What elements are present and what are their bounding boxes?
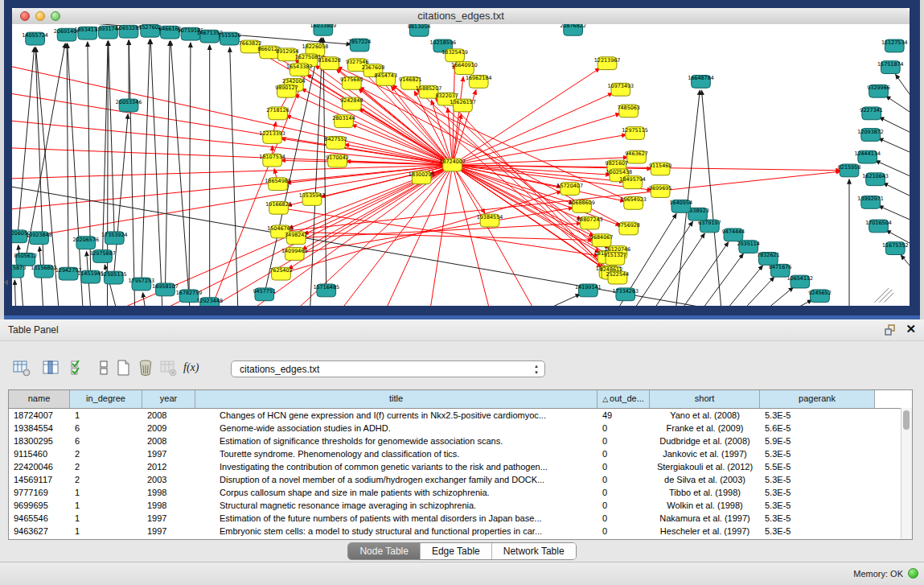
table-row[interactable]: 977716911998Corpus callosum shape and si… [9,486,912,499]
network-node[interactable]: 9684067 [590,234,614,247]
network-node[interactable]: 12444134 [854,150,881,163]
table-row[interactable]: 1456911722003Disruption of a novel membe… [9,473,912,486]
network-edge-black[interactable] [754,287,794,306]
network-node[interactable]: 9115460 [649,163,672,175]
table-scrollbar-thumb[interactable] [903,410,910,430]
network-node[interactable]: 9756928 [617,222,640,235]
network-node[interactable]: 16033809 [310,24,336,35]
network-node[interactable]: 2718126 [266,107,290,120]
network-canvas[interactable]: 1405572420691406189341311993174410653287… [12,24,910,306]
network-node[interactable]: 7832621 [757,252,780,265]
table-row[interactable]: 946362711997Embryonic stem cells: a mode… [9,525,912,538]
network-edge-red[interactable] [453,113,621,165]
network-edge-red[interactable] [12,165,453,181]
network-node[interactable]: 7515526 [218,32,241,45]
network-node[interactable]: 11675352 [882,242,909,255]
network-edge-black[interactable] [189,43,191,296]
column-header-in_degree[interactable]: in_degree [70,390,142,408]
network-node[interactable]: 9175685 [340,76,363,89]
table-row[interactable]: 1872400712008Changes of HCN gene express… [9,409,912,422]
network-node[interactable]: 13535947 [299,192,326,205]
network-node[interactable]: 9474444 [722,229,745,241]
network-edge-black[interactable] [67,43,68,274]
network-edge-black[interactable] [675,90,700,306]
network-edge-red[interactable] [281,171,841,232]
network-edge-black[interactable] [109,41,115,238]
network-node[interactable]: 9915873 [12,265,26,278]
table-row[interactable]: 2242004622012Investigating the contribut… [9,460,912,473]
memory-ok-indicator-icon[interactable] [908,568,918,579]
network-edge-black[interactable] [901,255,910,268]
network-edge-red[interactable] [429,165,453,306]
show-column-icon[interactable] [42,359,60,377]
network-node[interactable]: 9151327 [604,252,627,265]
network-node[interactable]: 17016504 [865,220,892,233]
network-node[interactable]: 20206576 [72,237,99,249]
new-table-icon[interactable] [114,359,132,377]
panel-collapse-handle-icon[interactable] [4,279,8,286]
network-node[interactable]: 19654923 [620,196,647,209]
network-node[interactable]: 18495794 [619,176,646,189]
table-row[interactable]: 1830029562008Estimation of significance … [9,435,912,447]
tab-network-table[interactable]: Network Table [492,543,576,559]
network-edge-black[interactable] [14,280,16,306]
network-node[interactable]: 13992971 [857,196,884,208]
network-node[interactable]: 8454743 [374,72,397,85]
network-edge-red[interactable] [12,50,453,165]
network-edge-red[interactable] [321,165,453,197]
network-edge-red[interactable] [453,105,609,272]
network-edge-black[interactable] [68,43,84,306]
network-node[interactable]: 12505135 [101,271,127,284]
network-node[interactable]: 8215958 [838,164,861,177]
network-node[interactable]: 9457751 [253,288,277,301]
column-header-out_de[interactable]: △out_de... [598,390,650,408]
network-node[interactable]: 17353924 [101,232,128,245]
network-node[interactable]: 8813054 [408,24,431,36]
network-edge-black[interactable] [879,117,910,134]
column-header-year[interactable]: year [142,390,195,408]
network-edge-black[interactable] [647,233,704,306]
network-node[interactable]: 10654112 [787,275,814,288]
network-node[interactable]: 20053346 [116,99,142,112]
network-edge-red[interactable] [453,165,492,306]
network-node[interactable]: 9890127 [275,84,298,97]
network-edge-red[interactable] [453,165,540,306]
network-node[interactable]: 16648784 [688,75,714,88]
network-edge-black[interactable] [524,294,580,306]
network-node[interactable]: 9242848 [340,97,363,110]
network-node[interactable]: 19166825 [265,201,292,214]
network-edge-black[interactable] [18,47,35,237]
network-node[interactable]: 11127534 [881,39,908,52]
table-row[interactable]: 911546021997Tourette syndrome. Phenomeno… [9,447,912,460]
network-node[interactable]: 18325419 [441,49,468,62]
network-node[interactable]: 17957253 [129,278,155,290]
network-node[interactable]: 15720407 [556,183,583,196]
column-header-name[interactable]: name [9,390,70,408]
table-row[interactable]: 969969511998Structural magnetic resonanc… [9,499,912,512]
network-edge-black[interactable] [879,206,910,220]
network-edge-black[interactable] [886,96,910,113]
function-builder-icon[interactable]: f(x) [183,359,207,377]
network-edge-black[interactable] [879,138,910,153]
table-select-dropdown[interactable]: citations_edges.txt ▲▼ [231,360,545,377]
network-edge-black[interactable] [142,39,150,284]
resize-grip[interactable] [875,288,894,303]
network-node[interactable]: 8186328 [318,57,341,70]
network-node[interactable]: 12213967 [594,57,621,70]
network-edge-black[interactable] [230,47,239,306]
network-node[interactable]: 12093872 [857,129,884,142]
network-node[interactable]: 32975887 [89,250,116,263]
window-titlebar[interactable]: citations_edges.txt [12,8,910,25]
tab-node-table[interactable]: Node Table [348,543,421,559]
network-edge-black[interactable] [107,41,108,306]
network-edge-black[interactable] [701,90,722,306]
network-node[interactable]: 7857224 [348,39,372,51]
table-row[interactable]: 946554611997Estimation of the future num… [9,512,912,525]
network-node[interactable]: 9463627 [625,150,648,163]
network-node[interactable]: 18654985 [265,178,291,191]
network-node[interactable]: 15751874 [877,61,904,74]
network-node[interactable]: 17334263 [612,288,639,301]
network-edge-red[interactable] [352,125,453,165]
table-row[interactable]: 1938455462009Genome-wide association stu… [9,422,912,435]
network-node[interactable]: 2522544 [606,271,630,284]
